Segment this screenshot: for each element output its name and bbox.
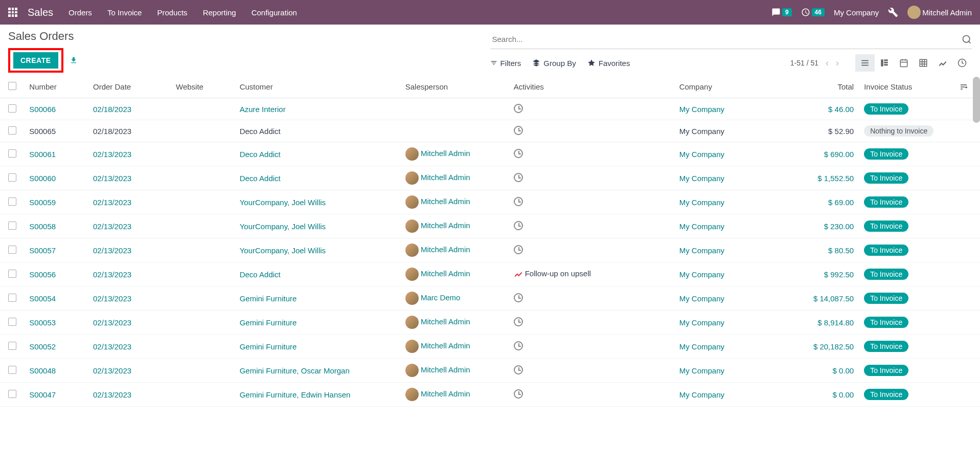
table-row[interactable]: S0005802/13/2023YourCompany, Joel Willis… [0, 214, 980, 238]
table-row[interactable]: S0006502/18/2023Deco AddictMy Company$ 5… [0, 120, 980, 142]
activity-clock-icon[interactable] [514, 341, 523, 350]
company-link[interactable]: My Company [679, 174, 724, 183]
customer-link[interactable]: Deco Addict [240, 150, 281, 159]
company-link[interactable]: My Company [679, 390, 724, 399]
salesperson-link[interactable]: Mitchell Admin [421, 245, 470, 254]
scrollbar[interactable] [973, 77, 980, 123]
order-number[interactable]: S00054 [29, 294, 56, 303]
col-status[interactable]: Invoice Status [859, 76, 954, 98]
activity-clock-icon[interactable] [514, 293, 523, 302]
row-checkbox[interactable] [8, 318, 16, 326]
company-link[interactable]: My Company [679, 318, 724, 327]
activity-clock-icon[interactable] [514, 389, 523, 399]
col-number[interactable]: Number [24, 76, 88, 98]
pager-prev[interactable]: ‹ [826, 58, 829, 69]
order-number[interactable]: S00061 [29, 150, 56, 159]
salesperson-link[interactable]: Mitchell Admin [421, 341, 470, 350]
pager-text[interactable]: 1-51 / 51 [790, 59, 818, 67]
debug-icon[interactable] [888, 7, 898, 17]
view-pivot[interactable] [914, 54, 933, 72]
customer-link[interactable]: YourCompany, Joel Willis [240, 198, 326, 207]
company-link[interactable]: My Company [679, 342, 724, 351]
customer-link[interactable]: YourCompany, Joel Willis [240, 222, 326, 231]
activity-clock-icon[interactable] [514, 365, 523, 374]
salesperson-link[interactable]: Mitchell Admin [421, 149, 470, 158]
salesperson-link[interactable]: Marc Demo [421, 293, 461, 302]
table-row[interactable]: S0006602/18/2023Azure InteriorMy Company… [0, 98, 980, 120]
company-selector[interactable]: My Company [834, 8, 879, 17]
col-company[interactable]: Company [674, 76, 783, 98]
table-row[interactable]: S0004702/13/2023Gemini Furniture, Edwin … [0, 383, 980, 407]
salesperson-link[interactable]: Mitchell Admin [421, 317, 470, 326]
order-number[interactable]: S00057 [29, 246, 56, 255]
row-checkbox[interactable] [8, 342, 16, 350]
table-row[interactable]: S0005902/13/2023YourCompany, Joel Willis… [0, 190, 980, 214]
activity-clock-icon[interactable] [514, 173, 523, 182]
company-link[interactable]: My Company [679, 270, 724, 279]
search-icon[interactable] [962, 34, 972, 45]
select-all-checkbox[interactable] [8, 82, 16, 90]
company-link[interactable]: My Company [679, 246, 724, 255]
company-link[interactable]: My Company [679, 105, 724, 114]
row-checkbox[interactable] [8, 104, 16, 113]
customer-link[interactable]: Gemini Furniture [240, 318, 297, 327]
order-number[interactable]: S00048 [29, 366, 56, 375]
activity-clock-icon[interactable] [514, 221, 523, 230]
customer-link[interactable]: Gemini Furniture [240, 294, 297, 303]
salesperson-link[interactable]: Mitchell Admin [421, 197, 470, 206]
customer-link[interactable]: Deco Addict [240, 174, 281, 183]
table-row[interactable]: S0006002/13/2023Deco Addict Mitchell Adm… [0, 166, 980, 190]
col-website[interactable]: Website [171, 76, 235, 98]
activity-clock-icon[interactable] [514, 197, 523, 206]
salesperson-link[interactable]: Mitchell Admin [421, 389, 470, 398]
order-number[interactable]: S00059 [29, 198, 56, 207]
col-customer[interactable]: Customer [235, 76, 400, 98]
table-row[interactable]: S0006102/13/2023Deco Addict Mitchell Adm… [0, 142, 980, 166]
activity-clock-icon[interactable] [514, 317, 523, 326]
user-menu[interactable]: Mitchell Admin [907, 6, 972, 19]
company-link[interactable]: My Company [679, 294, 724, 303]
salesperson-link[interactable]: Mitchell Admin [421, 221, 470, 230]
customer-link[interactable]: Gemini Furniture, Edwin Hansen [240, 390, 351, 399]
table-row[interactable]: S0005302/13/2023Gemini Furniture Mitchel… [0, 311, 980, 335]
order-number[interactable]: S00066 [29, 105, 56, 114]
customer-link[interactable]: Gemini Furniture [240, 342, 297, 351]
view-graph[interactable] [933, 54, 952, 72]
row-checkbox[interactable] [8, 294, 16, 302]
order-number[interactable]: S00053 [29, 318, 56, 327]
customer-link[interactable]: Azure Interior [240, 105, 286, 114]
col-activities[interactable]: Activities [509, 76, 674, 98]
row-checkbox[interactable] [8, 390, 16, 398]
messaging-button[interactable]: 9 [771, 8, 792, 17]
order-number[interactable]: S00065 [29, 127, 56, 136]
activity-clock-icon[interactable] [514, 126, 523, 135]
favorites-button[interactable]: Favorites [587, 59, 630, 68]
activity-clock-icon[interactable] [514, 245, 523, 254]
apps-icon[interactable] [8, 8, 17, 17]
activities-button[interactable]: 46 [801, 8, 825, 17]
nav-configuration[interactable]: Configuration [252, 8, 297, 17]
table-row[interactable]: S0005202/13/2023Gemini Furniture Mitchel… [0, 335, 980, 359]
row-checkbox[interactable] [8, 197, 16, 206]
order-number[interactable]: S00056 [29, 270, 56, 279]
row-checkbox[interactable] [8, 366, 16, 374]
table-row[interactable]: S0005702/13/2023YourCompany, Joel Willis… [0, 238, 980, 262]
order-number[interactable]: S00047 [29, 390, 56, 399]
order-number[interactable]: S00052 [29, 342, 56, 351]
customer-link[interactable]: Gemini Furniture, Oscar Morgan [240, 366, 350, 375]
customer-link[interactable]: Deco Addict [240, 127, 281, 136]
create-button[interactable]: CREATE [13, 52, 58, 69]
col-total[interactable]: Total [783, 76, 859, 98]
col-salesperson[interactable]: Salesperson [400, 76, 509, 98]
nav-to-invoice[interactable]: To Invoice [107, 8, 142, 17]
salesperson-link[interactable]: Mitchell Admin [421, 173, 470, 182]
app-brand[interactable]: Sales [28, 7, 53, 18]
view-list[interactable] [855, 54, 875, 72]
row-checkbox[interactable] [8, 222, 16, 230]
activity-clock-icon[interactable] [514, 149, 523, 158]
order-number[interactable]: S00058 [29, 222, 56, 231]
row-checkbox[interactable] [8, 270, 16, 278]
nav-orders[interactable]: Orders [69, 8, 92, 17]
export-button[interactable] [70, 56, 78, 64]
company-link[interactable]: My Company [679, 150, 724, 159]
